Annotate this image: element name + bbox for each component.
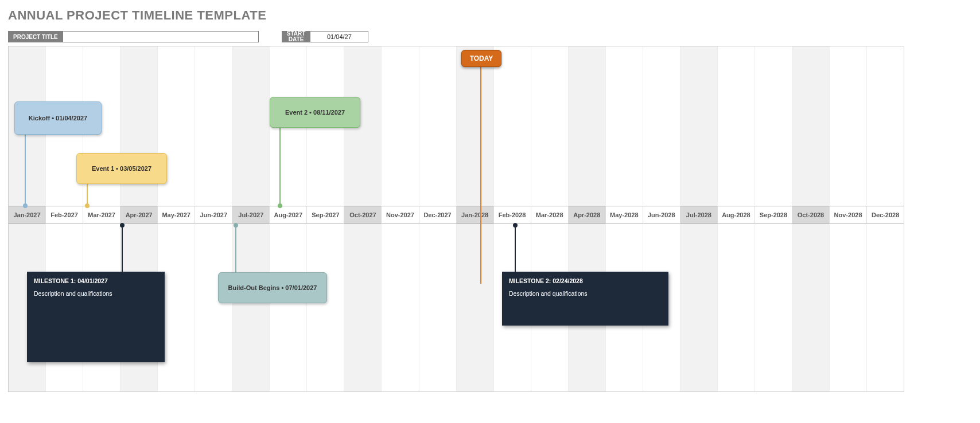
today-label: TODAY	[461, 50, 501, 67]
milestone-1-title: MILESTONE 1: 04/01/2027	[34, 277, 158, 284]
event-buildout[interactable]: Build-Out Begins • 07/01/2027	[218, 272, 327, 303]
milestone-2-desc: Description and qualifications	[509, 290, 662, 297]
project-title-label: PROJECT TITLE	[8, 31, 63, 42]
month-cell: Mar-2027	[83, 206, 120, 224]
month-cell: Nov-2028	[830, 206, 867, 224]
start-date-field: STARTDATE 01/04/27	[282, 31, 369, 42]
start-date-input[interactable]: 01/04/27	[310, 31, 368, 42]
month-cell: Sep-2027	[307, 206, 344, 224]
event-kickoff[interactable]: Kickoff • 01/04/2027	[14, 101, 102, 135]
month-cell: Jan-2027	[9, 206, 46, 224]
milestone-2-dot	[513, 223, 518, 228]
milestone-2-connector	[515, 224, 516, 272]
month-cell: Aug-2028	[718, 206, 755, 224]
month-cell: Nov-2027	[382, 206, 419, 224]
months-axis: Jan-2027 Feb-2027 Mar-2027 Apr-2027 May-…	[9, 206, 904, 224]
milestone-1-dot	[120, 223, 125, 228]
month-cell: Jun-2027	[195, 206, 232, 224]
event-buildout-connector	[235, 224, 236, 272]
milestone-2-title: MILESTONE 2: 02/24/2028	[509, 277, 662, 284]
month-cell: Feb-2027	[46, 206, 83, 224]
milestone-1-connector	[122, 224, 123, 272]
month-cell: Jul-2027	[232, 206, 270, 224]
event-kickoff-connector	[25, 135, 26, 206]
event-buildout-dot	[234, 223, 238, 228]
month-cell: Aug-2027	[270, 206, 307, 224]
milestone-2[interactable]: MILESTONE 2: 02/24/2028 Description and …	[502, 272, 668, 326]
event-2-dot	[278, 203, 282, 208]
month-cell: Feb-2028	[494, 206, 531, 224]
month-cell: Jul-2028	[680, 206, 718, 224]
project-title-field: PROJECT TITLE	[8, 31, 259, 42]
month-cell: Jun-2028	[643, 206, 680, 224]
event-2-connector	[279, 128, 281, 206]
month-cell: May-2028	[606, 206, 643, 224]
project-title-input[interactable]	[63, 31, 259, 42]
month-cell: Dec-2028	[867, 206, 904, 224]
event-1[interactable]: Event 1 • 03/05/2027	[76, 153, 167, 184]
month-cell: Sep-2028	[755, 206, 792, 224]
month-cell: Mar-2028	[531, 206, 569, 224]
month-cell: May-2027	[158, 206, 195, 224]
month-cell: Apr-2027	[120, 206, 158, 224]
month-cell: Oct-2028	[792, 206, 830, 224]
month-cell: Jan-2028	[457, 206, 494, 224]
timeline-chart: Jan-2027 Feb-2027 Mar-2027 Apr-2027 May-…	[8, 46, 904, 392]
today-line	[480, 66, 481, 284]
event-1-dot	[85, 203, 90, 208]
month-cell: Oct-2027	[344, 206, 382, 224]
event-1-connector	[87, 184, 88, 206]
header-row: PROJECT TITLE STARTDATE 01/04/27	[8, 31, 972, 42]
milestone-1-desc: Description and qualifications	[34, 290, 158, 297]
milestone-1[interactable]: MILESTONE 1: 04/01/2027 Description and …	[27, 272, 165, 362]
month-cell: Apr-2028	[569, 206, 606, 224]
page-title: ANNUAL PROJECT TIMELINE TEMPLATE	[8, 8, 972, 23]
start-date-label: STARTDATE	[282, 31, 311, 42]
month-cell: Dec-2027	[419, 206, 457, 224]
event-2[interactable]: Event 2 • 08/11/2027	[270, 97, 360, 128]
event-kickoff-dot	[23, 203, 28, 208]
